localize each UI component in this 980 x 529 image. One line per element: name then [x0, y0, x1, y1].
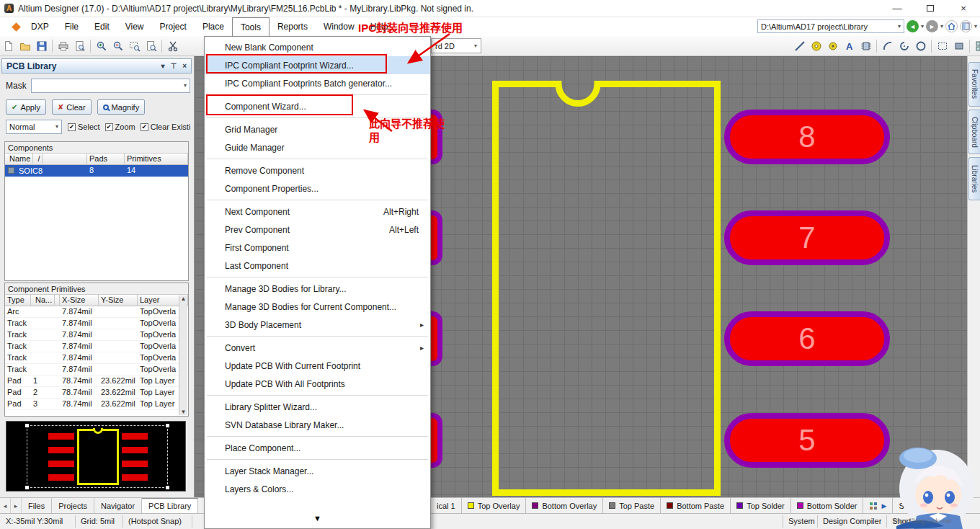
full-circle-tool-icon[interactable] [912, 37, 929, 54]
chevron-down-icon[interactable]: ▾ [940, 24, 943, 30]
cut-icon[interactable] [164, 37, 181, 54]
browser-forward-icon[interactable]: ► [926, 20, 938, 32]
pad-tool-icon[interactable] [808, 37, 824, 54]
select-checkbox[interactable]: ✔Select [68, 123, 100, 131]
menu-item-next-component[interactable]: Next ComponentAlt+Right [205, 203, 430, 221]
save-icon[interactable] [33, 37, 50, 54]
primitive-row[interactable]: Pad378.74mil23.622milTop Layer [5, 399, 188, 410]
view-configuration-combo[interactable]: rd 2D ▾ [431, 38, 481, 53]
menu-item-layers-colors[interactable]: Layers & Colors... [205, 480, 430, 498]
primitive-row[interactable]: Track7.874milTopOverla [5, 352, 188, 364]
menu-item-convert[interactable]: Convert▸ [205, 339, 430, 357]
pad-6[interactable]: 6 [724, 311, 890, 366]
menu-file[interactable]: File [57, 17, 86, 36]
layer-tab-top-solder[interactable]: Top Solder [731, 498, 791, 513]
menu-item-prev-component[interactable]: Prev ComponentAlt+Left [205, 221, 430, 239]
pad-5[interactable]: 5 [724, 413, 890, 468]
array-tool-icon[interactable] [972, 37, 980, 54]
zoom-in-icon[interactable] [93, 37, 110, 54]
print-icon[interactable] [55, 37, 71, 54]
close-button[interactable]: × [947, 0, 980, 17]
tab-navigator[interactable]: Navigator [94, 498, 142, 513]
arc-center-tool-icon[interactable] [896, 37, 912, 54]
new-document-icon[interactable] [0, 37, 17, 54]
home-icon[interactable] [945, 20, 958, 32]
menu-item-layer-stack-manager[interactable]: Layer Stack Manager... [205, 462, 430, 480]
menu-view[interactable]: View [117, 17, 152, 36]
primitive-row[interactable]: Pad278.74mil23.622milTop Layer [5, 387, 188, 399]
layer-tab-top-overlay[interactable]: Top Overlay [462, 498, 527, 513]
menu-item-last-component[interactable]: Last Component [205, 257, 430, 275]
string-tool-icon[interactable]: A [841, 37, 858, 54]
design-compiler-panel-button[interactable]: Design Compiler [823, 517, 881, 525]
primitive-row[interactable]: Track7.874milTopOverla [5, 318, 188, 329]
chevron-down-icon[interactable]: ▾ [921, 24, 924, 30]
fill-tool-icon[interactable] [950, 37, 967, 54]
menu-project[interactable]: Project [152, 17, 195, 36]
primitives-header[interactable]: Type Na... / X-Size Y-Size Layer [5, 295, 188, 306]
pin-icon[interactable]: ⊤ [170, 62, 177, 70]
zoom-out-icon[interactable] [110, 37, 126, 54]
menu-item-new-blank-component[interactable]: New Blank Component [205, 38, 430, 56]
magnify-button[interactable]: Magnify [97, 99, 146, 115]
primitive-row[interactable]: Track7.874milTopOverla [5, 341, 188, 352]
menu-item-3d-body-placement[interactable]: 3D Body Placement▸ [205, 316, 430, 334]
layer-tab-mechanical1[interactable]: ical 1 [431, 498, 462, 513]
clear-button[interactable]: ✘Clear [52, 99, 92, 115]
menu-item-manage-3d-bodies-library[interactable]: Manage 3D Bodies for Library... [205, 280, 430, 298]
menu-tools[interactable]: Tools [232, 17, 270, 36]
footprint-preview[interactable] [6, 421, 186, 492]
open-document-icon[interactable] [17, 37, 33, 54]
zoom-area-icon[interactable] [126, 37, 143, 54]
layer-tab-bottom-solder[interactable]: Bottom Solder [791, 498, 864, 513]
panel-menu-icon[interactable]: ▾ [161, 62, 164, 70]
tab-pcb-library[interactable]: PCB Library [142, 498, 198, 513]
primitive-row[interactable]: Arc7.874milTopOverla [5, 306, 188, 318]
menu-item-update-pcb-all[interactable]: Update PCB With All Footprints [205, 375, 430, 393]
primitives-scrollbar[interactable]: ▲▼ [179, 295, 187, 415]
menu-item-manage-3d-bodies-current[interactable]: Manage 3D Bodies for Current Component..… [205, 298, 430, 316]
clear-existing-checkbox[interactable]: ✔Clear Existi [141, 123, 192, 131]
menu-scroll-down-icon[interactable]: ▼ [205, 514, 430, 523]
components-header[interactable]: Name / Pads Primitives [5, 154, 188, 165]
tab-files[interactable]: Files [22, 498, 52, 513]
mask-input[interactable]: ▾ [31, 79, 190, 93]
browser-back-icon[interactable]: ◄ [906, 20, 919, 32]
tab-scroll-right-icon[interactable]: ▸ [11, 498, 22, 513]
menu-edit[interactable]: Edit [86, 17, 117, 36]
tab-clipboard[interactable]: Clipboard [968, 110, 980, 154]
pad-7[interactable]: 7 [724, 210, 890, 265]
primitive-row[interactable]: Pad178.74mil23.622milTop Layer [5, 375, 188, 387]
zoom-checkbox[interactable]: ✔Zoom [105, 123, 135, 131]
close-icon[interactable]: × [182, 62, 187, 70]
component-row-soic8[interactable]: SOIC8 8 14 [5, 165, 188, 177]
line-tool-icon[interactable] [791, 37, 808, 54]
desktop-layouts-icon[interactable] [960, 20, 972, 32]
apply-button[interactable]: ✔Apply [6, 99, 46, 115]
tab-favorites[interactable]: Favorites [968, 62, 980, 107]
arc-edge-tool-icon[interactable] [879, 37, 896, 54]
system-panel-button[interactable]: System [788, 517, 815, 525]
menu-place[interactable]: Place [195, 17, 232, 36]
menu-item-first-component[interactable]: First Component [205, 239, 430, 257]
menu-item-library-splitter-wizard[interactable]: Library Splitter Wizard... [205, 398, 430, 416]
print-preview-icon[interactable] [71, 37, 88, 54]
document-path-combo[interactable]: D:\Altium\AD17 project\Library ▾ [757, 19, 904, 33]
menu-item-remove-component[interactable]: Remove Component [205, 161, 430, 179]
menu-item-ipc-footprints-batch-generator[interactable]: IPC Compliant Footprints Batch generator… [205, 74, 430, 92]
via-tool-icon[interactable] [824, 37, 841, 54]
scroll-up-icon[interactable]: ▲ [181, 295, 187, 302]
component-tool-icon[interactable] [858, 37, 874, 54]
menu-item-place-component[interactable]: Place Component... [205, 439, 430, 457]
menu-item-svn-database-library-maker[interactable]: SVN Database Library Maker... [205, 416, 430, 434]
zoom-document-icon[interactable] [143, 37, 159, 54]
primitive-row[interactable]: Track7.874milTopOverla [5, 329, 188, 341]
pad-8[interactable]: 8 [724, 110, 890, 164]
menu-item-component-wizard[interactable]: Component Wizard... [205, 97, 430, 115]
menu-item-update-pcb-current[interactable]: Update PCB With Current Footprint [205, 357, 430, 375]
menu-item-ipc-compliant-footprint-wizard[interactable]: IPC Compliant Footprint Wizard... [205, 56, 430, 74]
tab-scroll-left-icon[interactable]: ◂ [0, 498, 11, 513]
menu-dxp[interactable]: DXP [23, 17, 57, 36]
minimize-button[interactable]: — [881, 0, 914, 17]
scroll-down-icon[interactable]: ▼ [181, 409, 187, 415]
